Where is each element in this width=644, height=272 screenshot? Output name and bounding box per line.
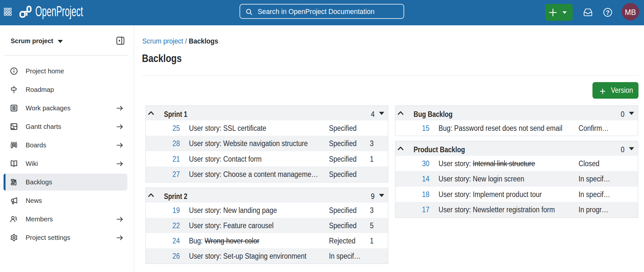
svg-text:?: ? xyxy=(606,9,610,16)
svg-text:OpenProject: OpenProject xyxy=(35,4,83,19)
